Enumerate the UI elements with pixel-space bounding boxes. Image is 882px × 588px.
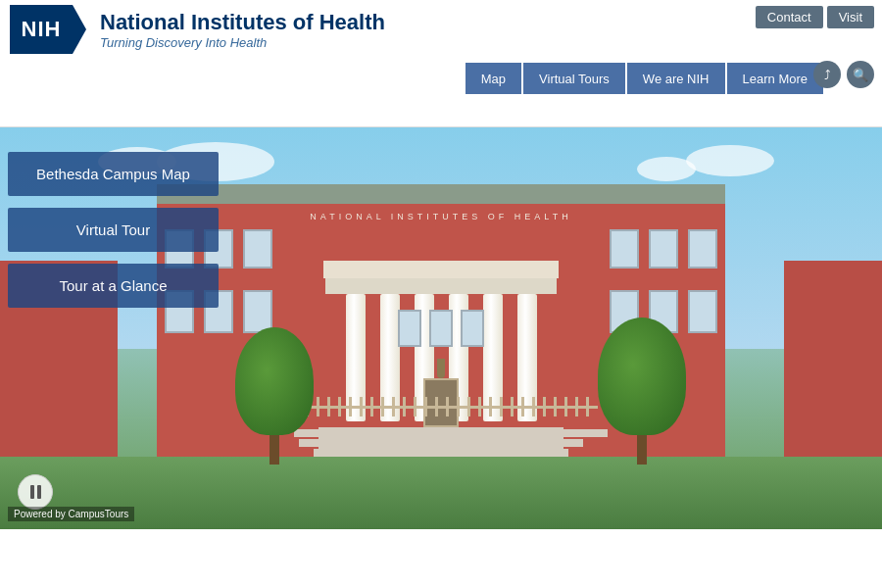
nih-abbreviation: NIH xyxy=(22,17,62,42)
stair-2 xyxy=(299,439,583,447)
pause-bar-left xyxy=(30,485,34,499)
sidebar-action-buttons: Bethesda Campus Map Virtual Tour Tour at… xyxy=(8,152,219,308)
org-tagline: Turning Discovery Into Health xyxy=(100,35,385,50)
building-portico xyxy=(333,261,549,457)
cloud-4 xyxy=(686,145,774,176)
tree-left xyxy=(235,327,314,465)
nih-logo-badge: NIH xyxy=(10,5,73,54)
tree-trunk xyxy=(270,435,279,465)
tree-canopy xyxy=(598,318,686,435)
window xyxy=(649,229,678,269)
visit-button[interactable]: Visit xyxy=(827,6,874,28)
contact-button[interactable]: Contact xyxy=(756,6,823,28)
tour-at-glance-button[interactable]: Tour at a Glance xyxy=(8,264,219,308)
portico-entablature xyxy=(325,278,557,294)
portico-pediment xyxy=(323,261,559,278)
share-icon[interactable]: ⤴ xyxy=(813,61,841,88)
tree-canopy xyxy=(235,327,314,435)
fence-rail xyxy=(284,406,598,409)
building-stairs xyxy=(294,429,588,457)
nav-virtual-tours-button[interactable]: Virtual Tours xyxy=(523,63,625,94)
nav-we-are-nih-button[interactable]: We are NIH xyxy=(627,63,725,94)
window xyxy=(688,290,717,333)
logo-area: NIH National Institutes of Health Turnin… xyxy=(10,5,385,54)
window xyxy=(688,229,717,269)
windows-top-right xyxy=(610,229,717,269)
lantern xyxy=(437,359,445,378)
fence-railing xyxy=(284,397,598,416)
stair-3 xyxy=(314,449,568,457)
pause-icon xyxy=(30,485,41,499)
org-full-name: National Institutes of Health xyxy=(100,10,385,35)
building-right-wing xyxy=(784,261,882,457)
utility-bar: Contact Visit xyxy=(748,0,882,34)
main-nav: Map Virtual Tours We are NIH Learn More xyxy=(0,59,882,98)
pause-bar-right xyxy=(37,485,41,499)
tree-trunk xyxy=(637,435,647,465)
nih-chevron-decoration xyxy=(73,5,86,54)
campus-map-button[interactable]: Bethesda Campus Map xyxy=(8,152,219,196)
org-name-area: National Institutes of Health Turning Di… xyxy=(100,10,385,50)
building-sign: NATIONAL INSTITUTES OF HEALTH xyxy=(245,212,637,221)
window xyxy=(429,310,453,347)
window xyxy=(461,310,484,347)
portico-windows xyxy=(398,310,484,347)
pause-button[interactable] xyxy=(18,474,53,510)
building-roof xyxy=(157,184,725,204)
window xyxy=(610,229,639,269)
stair-1 xyxy=(294,429,608,437)
powered-by-label: Powered by CampusTours xyxy=(8,507,134,521)
window xyxy=(398,310,421,347)
window xyxy=(243,229,272,269)
header-icons-area: ⤴ 🔍 xyxy=(813,61,874,88)
nav-map-button[interactable]: Map xyxy=(466,63,521,94)
nav-learn-more-button[interactable]: Learn More xyxy=(727,63,823,94)
virtual-tour-button[interactable]: Virtual Tour xyxy=(8,208,219,252)
search-icon[interactable]: 🔍 xyxy=(847,61,874,88)
tree-right xyxy=(598,318,686,465)
